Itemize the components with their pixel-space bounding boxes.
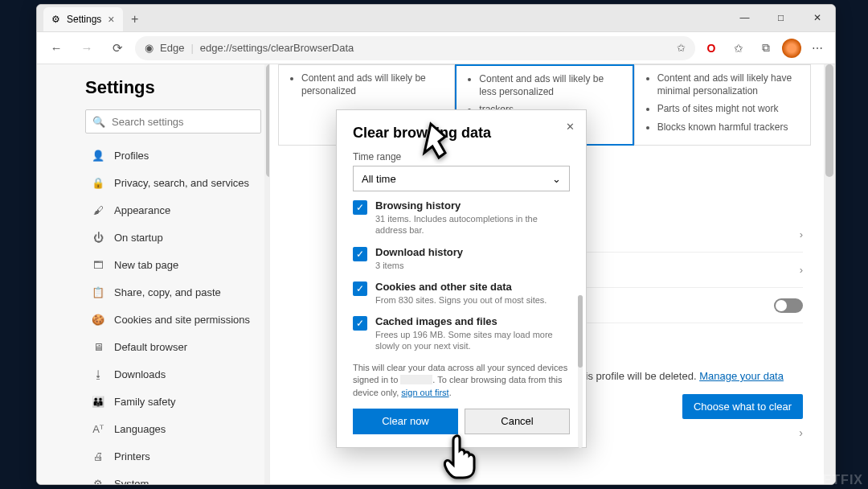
dialog-backdrop: ✕ Clear browsing data Time range All tim… (37, 5, 835, 484)
checkbox-checked-icon[interactable]: ✓ (353, 247, 367, 261)
checkbox-title: Download history (375, 246, 562, 258)
dialog-title: Clear browsing data (353, 125, 570, 142)
clear-browsing-data-dialog: ✕ Clear browsing data Time range All tim… (336, 109, 587, 448)
checkbox-row[interactable]: ✓Cookies and other site dataFrom 830 sit… (353, 281, 570, 306)
checkbox-row[interactable]: ✓Download history3 items (353, 246, 570, 271)
dialog-scrollbar[interactable] (578, 295, 583, 448)
checkbox-desc: Frees up 196 MB. Some sites may load mor… (375, 329, 562, 352)
cancel-button[interactable]: Cancel (465, 409, 570, 434)
checkbox-checked-icon[interactable]: ✓ (353, 316, 367, 331)
sync-note: This will clear your data across all you… (353, 362, 570, 399)
checkbox-checked-icon[interactable]: ✓ (353, 281, 367, 296)
checkbox-title: Browsing history (375, 199, 562, 212)
checkbox-row[interactable]: ✓Cached images and filesFrees up 196 MB.… (353, 315, 570, 352)
browser-window: ⚙ Settings × + — □ ✕ ← → ⟳ ◉ Edge | edge… (36, 4, 836, 485)
close-dialog-button[interactable]: ✕ (562, 118, 578, 134)
clear-now-button[interactable]: Clear now (353, 409, 458, 434)
checkbox-title: Cookies and other site data (375, 281, 562, 293)
sign-out-link[interactable]: sign out first (401, 388, 448, 397)
checkbox-desc: 3 items (375, 260, 562, 271)
checkbox-checked-icon[interactable]: ✓ (353, 200, 367, 215)
time-range-select[interactable]: All time ⌄ (353, 166, 570, 191)
time-range-label: Time range (353, 151, 570, 162)
watermark: UGETFIX (802, 473, 863, 487)
checkbox-title: Cached images and files (375, 315, 562, 327)
time-range-value: All time (362, 173, 396, 185)
dialog-buttons: Clear now Cancel (353, 409, 570, 434)
checkbox-desc: From 830 sites. Signs you out of most si… (375, 294, 562, 306)
checkbox-desc: 31 items. Includes autocompletions in th… (375, 213, 562, 236)
checkbox-row[interactable]: ✓Browsing history31 items. Includes auto… (353, 199, 570, 236)
chevron-down-icon: ⌄ (552, 173, 561, 185)
